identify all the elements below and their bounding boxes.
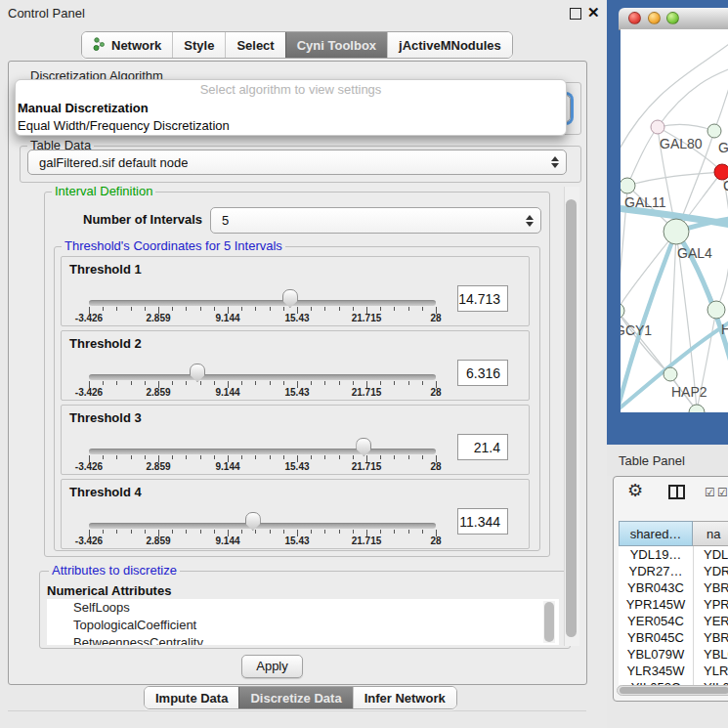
tick-mark [103, 307, 104, 311]
threshold-3-slider-track[interactable] [89, 449, 436, 454]
threshold-2-value-field[interactable]: 6.316 [457, 360, 508, 386]
cell-name[interactable]: YDL1 [693, 546, 728, 563]
cell-name[interactable]: YER0 [693, 613, 728, 629]
threshold-3-panel: Threshold 3 -3.4262.8599.14415.4321.7152… [61, 405, 530, 475]
threshold-4-slider-track[interactable] [89, 523, 436, 529]
table-row[interactable]: YBR043CYBR0 [619, 579, 728, 596]
tick-mark [116, 381, 117, 385]
tab-select[interactable]: Select [225, 32, 284, 58]
tick-label: -3.426 [75, 461, 103, 472]
cell-name[interactable]: YPR1 [693, 596, 728, 613]
tab-network-label: Network [111, 38, 161, 53]
attribute-list-item[interactable]: SelfLoops [47, 599, 559, 617]
table-row[interactable]: YBL079WYBL0 [619, 646, 728, 663]
tab-infer-network-label: Infer Network [364, 691, 446, 706]
network-node[interactable] [689, 405, 705, 412]
list-scrollbar-thumb[interactable] [544, 602, 554, 642]
cell-name[interactable]: YDR2 [693, 563, 728, 579]
tick-label: 28 [430, 535, 441, 546]
network-view-canvas[interactable]: GAL80GACGAL11GAL4GCY1HHAP2 [621, 29, 728, 412]
table-row[interactable]: YDR27…YDR2 [619, 563, 728, 579]
table-row[interactable]: YBR045CYBR0 [619, 629, 728, 646]
cell-name[interactable]: YLR3 [693, 663, 728, 679]
close-icon[interactable]: ✕ [587, 4, 600, 21]
horizontal-scrollbar-thumb[interactable] [620, 687, 728, 694]
checkbox-icon[interactable]: ☑ [705, 486, 715, 499]
tick-mark [103, 455, 104, 459]
tick-label: 15.43 [284, 461, 309, 472]
cell-shared-name[interactable]: YBR043C [619, 579, 693, 596]
float-window-icon[interactable] [570, 8, 581, 20]
minimize-traffic-light-icon[interactable] [648, 12, 661, 24]
numerical-attributes-list[interactable]: SelfLoopsTopologicalCoefficientBetweenne… [47, 599, 559, 645]
network-node[interactable] [621, 303, 624, 319]
gear-icon[interactable]: ⚙ [627, 480, 643, 501]
threshold-4-value-field[interactable]: 11.344 [457, 508, 508, 535]
column-header-name[interactable]: na [693, 521, 728, 546]
tick-mark [408, 307, 409, 311]
cell-name[interactable]: YBL0 [693, 646, 728, 663]
tick-mark [339, 530, 340, 534]
network-node[interactable] [651, 120, 664, 134]
apply-button[interactable]: Apply [241, 655, 303, 678]
tick-mark [145, 307, 146, 311]
list-scrollbar[interactable] [543, 601, 555, 643]
vertical-scrollbar[interactable] [564, 187, 579, 646]
cell-name[interactable]: YBR0 [693, 629, 728, 646]
column-header-shared[interactable]: shared… [619, 521, 693, 546]
close-traffic-light-icon[interactable] [628, 12, 641, 24]
network-window-titlebar[interactable] [619, 8, 728, 30]
tick-mark [116, 307, 117, 311]
network-node-label: C [723, 178, 728, 193]
tick-mark [172, 307, 173, 311]
tab-cyni-toolbox[interactable]: Cyni Toolbox [285, 32, 387, 58]
threshold-2-slider-track[interactable] [89, 374, 436, 380]
tick-mark [408, 381, 409, 385]
vertical-scrollbar-thumb[interactable] [566, 199, 577, 637]
cell-shared-name[interactable]: YBL079W [619, 646, 693, 663]
network-node[interactable] [707, 301, 725, 319]
network-edge [627, 127, 658, 186]
cell-shared-name[interactable]: YBR045C [619, 629, 693, 646]
table-row[interactable]: YLR345WYLR3 [619, 663, 728, 679]
tick-mark [422, 530, 423, 534]
network-node[interactable] [664, 367, 677, 381]
columns-icon[interactable] [668, 485, 685, 499]
zoom-traffic-light-icon[interactable] [666, 12, 679, 24]
tab-network[interactable]: Network [82, 32, 172, 58]
popup-option-equal-width-frequency[interactable]: Equal Width/Frequency Discretization [16, 117, 566, 135]
tick-mark [131, 455, 132, 459]
horizontal-scrollbar[interactable] [617, 685, 728, 696]
threshold-1-value-field[interactable]: 14.713 [457, 285, 508, 312]
cell-shared-name[interactable]: YPR145W [619, 596, 693, 613]
tick-label: 21.715 [352, 313, 382, 323]
threshold-3-value-field[interactable]: 21.4 [457, 434, 508, 460]
attribute-list-item[interactable]: BetweennessCentrality [47, 634, 559, 645]
network-node[interactable] [621, 178, 635, 193]
tab-discretize-data[interactable]: Discretize Data [238, 687, 352, 708]
table-row[interactable]: YDL19…YDL1 [619, 546, 728, 563]
cell-shared-name[interactable]: YDL19… [619, 546, 693, 563]
table-row[interactable]: YPR145WYPR1 [619, 596, 728, 613]
network-node[interactable] [707, 124, 721, 138]
tick-mark [214, 307, 215, 311]
checkbox-icon[interactable]: ☑ [717, 486, 728, 499]
network-node[interactable] [664, 219, 689, 244]
cell-name[interactable]: YBR0 [693, 579, 728, 596]
tick-label: 9.144 [215, 461, 239, 472]
threshold-1-slider-track[interactable] [89, 300, 436, 306]
tick-mark [186, 307, 187, 311]
tick-label: 21.715 [352, 535, 382, 546]
cell-shared-name[interactable]: YLR345W [619, 663, 693, 679]
number-of-intervals-combo[interactable]: 5 [210, 207, 541, 234]
table-row[interactable]: YER054CYER0 [619, 613, 728, 629]
attribute-list-item[interactable]: TopologicalCoefficient [47, 617, 559, 634]
cell-shared-name[interactable]: YDR27… [619, 563, 693, 579]
tab-style[interactable]: Style [172, 32, 225, 58]
tab-jactivemnodules[interactable]: jActiveMNodules [387, 32, 512, 58]
tab-infer-network[interactable]: Infer Network [353, 687, 456, 708]
popup-option-manual-discretization[interactable]: Manual Discretization [16, 100, 566, 117]
table-data-combo[interactable]: galFiltered.sif default node [27, 150, 567, 175]
cell-shared-name[interactable]: YER054C [619, 613, 693, 629]
tab-impute-data[interactable]: Impute Data [145, 687, 238, 708]
